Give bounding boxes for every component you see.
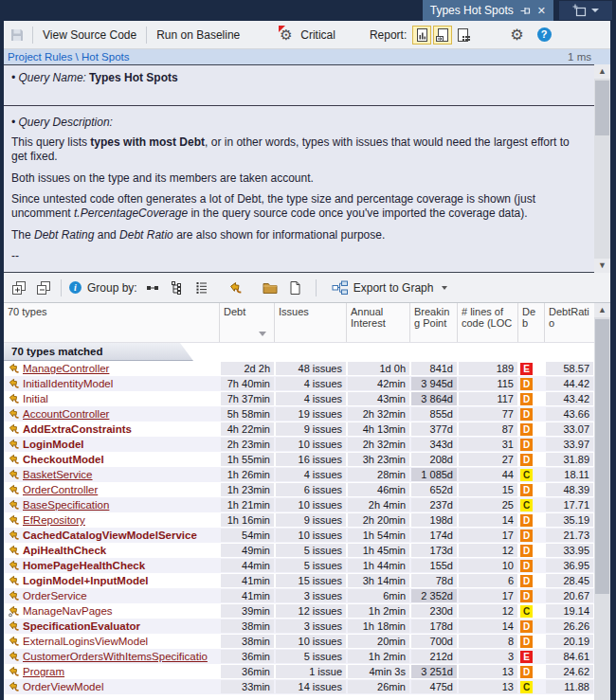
type-name[interactable]: CheckoutModel — [23, 454, 104, 465]
type-name-cell[interactable]: ExternalLoginsViewModel — [4, 636, 220, 647]
type-name[interactable]: OrderController — [23, 484, 98, 495]
pin-icon[interactable] — [520, 6, 531, 16]
type-name-cell[interactable]: LoginModel+InputModel — [4, 575, 220, 586]
group-by-list-button[interactable] — [192, 278, 211, 297]
type-name-cell[interactable]: BasketService — [4, 469, 220, 480]
type-name[interactable]: InitialIdentityModel — [23, 378, 113, 389]
type-name[interactable]: Initial — [23, 393, 48, 404]
type-name[interactable]: AccountController — [23, 408, 109, 420]
scrollbar-thumb[interactable] — [595, 81, 609, 135]
type-name[interactable]: OrderService — [23, 590, 87, 601]
close-icon[interactable]: ✕ — [537, 5, 546, 17]
column-header-types[interactable]: 70 types — [4, 303, 220, 342]
type-name-cell[interactable]: InitialIdentityModel — [4, 378, 220, 389]
type-name-cell[interactable]: AccountController — [4, 408, 220, 420]
type-name-cell[interactable]: ManageController — [4, 363, 220, 374]
type-name-cell[interactable]: SpecificationEvaluator — [4, 620, 220, 632]
type-name-cell[interactable]: EfRepository — [4, 514, 220, 526]
type-name[interactable]: ManageNavPages — [23, 605, 113, 617]
scrollbar-thumb[interactable] — [595, 319, 609, 594]
column-header-issues[interactable]: Issues — [275, 303, 347, 342]
report-chart-button[interactable] — [412, 26, 431, 45]
type-name[interactable]: HomePageHealthCheck — [23, 560, 145, 571]
type-name[interactable]: CustomerOrdersWithItemsSpecificatio — [23, 651, 208, 662]
type-name[interactable]: CachedCatalogViewModelService — [23, 529, 197, 541]
type-name-cell[interactable]: HomePageHealthCheck — [4, 560, 220, 571]
type-name-cell[interactable]: Program — [4, 666, 220, 677]
type-name-cell[interactable]: OrderService — [4, 590, 220, 601]
type-name-cell[interactable]: ManageNavPages — [4, 605, 220, 617]
type-name[interactable]: LoginModel+InputModel — [23, 575, 149, 586]
group-by-folder-button[interactable] — [261, 278, 280, 297]
table-row[interactable]: ManageController2d 2h48 issues1d 0h841d1… — [4, 361, 594, 376]
collapse-all-button[interactable] — [34, 278, 53, 297]
type-name[interactable]: LoginModel — [23, 439, 84, 450]
table-row[interactable]: OrderController1h 23min6 issues46min652d… — [4, 482, 594, 497]
group-by-flat-button[interactable] — [143, 278, 162, 297]
table-row[interactable]: BaseSpecification1h 21min10 issues2h 4mi… — [4, 497, 594, 512]
table-row[interactable]: ManageNavPages39min12 issues1h 2min230d1… — [4, 603, 594, 619]
type-name[interactable]: ManageController — [23, 363, 109, 374]
type-name-cell[interactable]: CheckoutModel — [4, 454, 220, 465]
table-row[interactable]: OrderViewModel33min14 issues26min475d13C… — [4, 679, 594, 694]
window-position-menu[interactable] — [559, 1, 612, 20]
table-row[interactable]: InitialIdentityModel7h 40min4 issues42mi… — [4, 376, 594, 391]
group-by-type-button[interactable] — [226, 278, 245, 297]
critical-toggle-button[interactable]: ⚙ Critical — [272, 23, 343, 46]
type-name-cell[interactable]: BaseSpecification — [4, 499, 220, 511]
scroll-up-icon[interactable]: ▲ — [594, 303, 610, 317]
type-name-cell[interactable]: LoginModel — [4, 439, 220, 450]
type-name-cell[interactable]: Initial — [4, 393, 220, 404]
type-name-cell[interactable]: CachedCatalogViewModelService — [4, 529, 220, 541]
group-row[interactable]: 70 types matched — [4, 343, 594, 361]
type-name[interactable]: EfRepository — [23, 514, 85, 526]
table-row[interactable]: LoginModel2h 23min10 issues2h 32min343d3… — [4, 437, 594, 452]
table-row[interactable]: CheckoutModel1h 55min16 issues3h 23min20… — [4, 452, 594, 467]
description-scrollbar[interactable]: ▲ ▼ — [594, 64, 610, 273]
type-name[interactable]: AddExtraConstraints — [23, 423, 132, 435]
type-name[interactable]: BaseSpecification — [23, 499, 109, 511]
type-name-cell[interactable]: OrderController — [4, 484, 220, 495]
report-export-button[interactable] — [433, 26, 452, 45]
scroll-up-icon[interactable]: ▲ — [594, 64, 610, 79]
type-name[interactable]: BasketService — [23, 469, 93, 480]
group-by-file-button[interactable] — [285, 278, 304, 297]
table-row[interactable]: ExternalLoginsViewModel38min10 issues20m… — [4, 634, 594, 649]
column-header-debt-ratio[interactable]: DebtRatio — [545, 303, 594, 342]
type-name[interactable]: ApiHealthCheck — [23, 545, 106, 556]
breadcrumb[interactable]: Project Rules \ Hot Spots — [4, 51, 129, 63]
type-name[interactable]: SpecificationEvaluator — [23, 620, 140, 632]
tab-types-hot-spots[interactable]: Types Hot Spots ✕ — [423, 0, 553, 21]
table-row[interactable]: CustomerOrdersWithItemsSpecificatio36min… — [4, 649, 594, 664]
type-name-cell[interactable]: OrderViewModel — [4, 681, 220, 692]
table-row[interactable]: OrderService41min3 issues6min2 352d17D20… — [4, 588, 594, 603]
type-name[interactable]: Program — [23, 666, 64, 677]
type-name-cell[interactable]: CustomerOrdersWithItemsSpecificatio — [4, 651, 220, 662]
view-source-code-button[interactable]: View Source Code — [35, 25, 144, 45]
table-row[interactable]: BasketService1h 26min4 issues28min1 085d… — [4, 467, 594, 482]
table-row[interactable]: CachedCatalogViewModelService54min10 iss… — [4, 528, 594, 543]
table-scrollbar[interactable]: ▲ — [594, 303, 610, 700]
table-row[interactable]: AddExtraConstraints4h 22min9 issues4h 13… — [4, 422, 594, 437]
table-row[interactable]: Program36min1 issue4min 3s3 251d13D24.62 — [4, 664, 594, 679]
table-row[interactable]: EfRepository1h 16min9 issues2h 20min198d… — [4, 512, 594, 528]
type-name[interactable]: OrderViewModel — [23, 681, 103, 692]
type-name[interactable]: ExternalLoginsViewModel — [23, 636, 148, 647]
column-header-debt-rating[interactable]: Deb — [518, 303, 545, 342]
report-grid-button[interactable] — [454, 26, 473, 45]
type-name-cell[interactable]: AddExtraConstraints — [4, 423, 220, 435]
type-name-cell[interactable]: ApiHealthCheck — [4, 545, 220, 556]
group-by-tree-button[interactable] — [168, 278, 187, 297]
table-row[interactable]: Initial7h 37min4 issues43min3 864d117D43… — [4, 391, 594, 406]
save-button[interactable] — [4, 24, 30, 46]
settings-button[interactable]: ⚙ — [502, 23, 531, 46]
column-header-breaking-point[interactable]: Breaking Point — [410, 303, 458, 342]
table-row[interactable]: AccountController5h 58min19 issues2h 32m… — [4, 406, 594, 422]
scroll-down-icon[interactable]: ▼ — [594, 259, 610, 273]
table-row[interactable]: SpecificationEvaluator38min3 issues1h 18… — [4, 619, 594, 634]
help-button[interactable]: ? — [537, 27, 552, 42]
column-header-debt[interactable]: Debt — [220, 303, 275, 342]
table-row[interactable]: ApiHealthCheck49min5 issues1h 45min173d1… — [4, 543, 594, 558]
column-header-annual-interest[interactable]: Annual Interest — [347, 303, 410, 342]
export-to-graph-button[interactable]: Export to Graph — [324, 277, 456, 299]
